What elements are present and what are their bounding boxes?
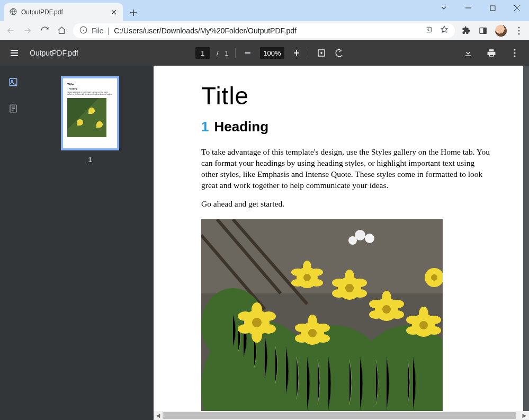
window-controls — [432, 0, 529, 16]
minimize-button[interactable] — [456, 0, 480, 16]
svg-point-35 — [345, 270, 354, 283]
scroll-thumb[interactable] — [163, 412, 516, 419]
globe-icon — [10, 8, 17, 17]
svg-point-47 — [308, 329, 317, 337]
document-title: Title — [201, 82, 491, 110]
back-button[interactable] — [5, 25, 16, 36]
svg-point-58 — [369, 310, 383, 319]
profile-avatar[interactable] — [495, 25, 507, 37]
bookmark-icon[interactable] — [440, 25, 449, 35]
svg-point-34 — [353, 279, 367, 287]
svg-point-57 — [382, 291, 391, 305]
svg-point-56 — [390, 300, 404, 308]
svg-point-44 — [261, 324, 276, 334]
browser-menu-icon[interactable] — [514, 26, 524, 35]
svg-point-42 — [252, 302, 262, 317]
total-pages: 1 — [225, 49, 229, 57]
svg-point-33 — [332, 279, 346, 287]
svg-point-59 — [390, 310, 404, 319]
home-button[interactable] — [56, 25, 67, 36]
pdf-main-area: Title 1 Heading To take advantage of thi… — [0, 66, 529, 420]
svg-point-50 — [308, 315, 317, 328]
page-separator: / — [217, 49, 219, 57]
svg-point-28 — [303, 261, 311, 273]
document-viewport[interactable]: Title 1Heading To take advantage of this… — [154, 66, 529, 420]
svg-point-6 — [518, 30, 519, 31]
zoom-out-button[interactable] — [242, 47, 254, 59]
close-window-button[interactable] — [505, 0, 529, 16]
thumbnails-icon[interactable] — [7, 76, 19, 88]
document-paragraph-1: To take advantage of this template's des… — [201, 147, 491, 191]
document-heading: 1Heading — [201, 119, 491, 135]
svg-point-51 — [295, 334, 309, 343]
svg-point-54 — [382, 305, 391, 314]
pdf-menu-icon[interactable] — [8, 47, 20, 59]
tab-close-icon[interactable] — [110, 8, 118, 16]
browser-tab[interactable]: OutputPDF.pdf — [4, 3, 123, 21]
page-thumbnail-1[interactable]: Title 1 Heading To take advantage of thi… — [61, 76, 119, 150]
svg-point-27 — [310, 269, 323, 276]
svg-point-13 — [11, 80, 13, 82]
svg-point-7 — [518, 33, 519, 34]
share-icon[interactable] — [424, 25, 433, 35]
svg-point-29 — [291, 279, 304, 287]
document-image — [201, 219, 443, 420]
svg-point-66 — [427, 326, 441, 335]
fit-page-button[interactable] — [316, 47, 327, 59]
svg-point-65 — [406, 326, 420, 335]
svg-point-9 — [514, 49, 515, 50]
svg-rect-1 — [490, 6, 495, 11]
svg-point-11 — [514, 55, 515, 57]
svg-point-43 — [238, 324, 253, 334]
svg-point-18 — [365, 234, 374, 243]
toolbar-divider — [309, 48, 309, 58]
svg-point-48 — [295, 324, 309, 332]
print-button[interactable] — [486, 47, 497, 59]
address-bar: File | C:/Users/user/Downloads/My%20Fold… — [0, 21, 529, 40]
toolbar-divider — [235, 48, 236, 58]
svg-point-61 — [419, 321, 428, 329]
svg-point-32 — [345, 284, 354, 292]
svg-point-10 — [514, 52, 515, 53]
download-button[interactable] — [462, 47, 474, 59]
heading-text: Heading — [214, 119, 268, 135]
svg-point-41 — [261, 311, 276, 321]
scroll-track[interactable] — [163, 411, 520, 420]
svg-point-25 — [303, 274, 311, 281]
svg-point-64 — [419, 307, 428, 320]
svg-point-30 — [310, 279, 323, 287]
zoom-level[interactable]: 100% — [260, 47, 284, 59]
svg-point-49 — [316, 324, 330, 332]
reload-button[interactable] — [39, 25, 50, 36]
svg-point-40 — [238, 311, 253, 321]
scroll-right-arrow[interactable]: ► — [520, 411, 529, 420]
svg-point-26 — [291, 269, 304, 276]
url-box[interactable]: File | C:/Users/user/Downloads/My%20Fold… — [73, 23, 455, 38]
rotate-button[interactable] — [334, 47, 345, 59]
pdf-more-icon[interactable] — [509, 47, 521, 59]
outline-icon[interactable] — [7, 103, 19, 114]
new-tab-button[interactable] — [126, 5, 141, 20]
zoom-in-button[interactable] — [291, 47, 302, 59]
maximize-button[interactable] — [480, 0, 505, 16]
url-path: C:/Users/user/Downloads/My%20Folder/Outp… — [114, 26, 420, 35]
svg-point-5 — [518, 26, 519, 28]
scroll-left-arrow[interactable]: ◄ — [154, 411, 163, 420]
extensions-icon[interactable] — [461, 26, 471, 35]
pdf-sidebar-icons — [0, 66, 26, 420]
heading-number: 1 — [201, 119, 209, 135]
tab-search-button[interactable] — [432, 0, 456, 16]
svg-point-39 — [252, 318, 262, 327]
svg-rect-4 — [483, 28, 486, 33]
svg-point-63 — [427, 316, 441, 324]
pdf-filename: OutputPDF.pdf — [30, 49, 78, 57]
current-page-input[interactable]: 1 — [195, 47, 210, 59]
side-panel-icon[interactable] — [478, 26, 488, 35]
thumbnail-page-number: 1 — [88, 156, 92, 164]
site-info-icon[interactable] — [79, 26, 87, 35]
forward-button[interactable] — [22, 25, 33, 36]
browser-titlebar: OutputPDF.pdf — [0, 0, 529, 21]
svg-point-45 — [252, 328, 262, 343]
horizontal-scrollbar[interactable]: ◄ ► — [154, 411, 529, 420]
svg-point-37 — [353, 289, 367, 298]
